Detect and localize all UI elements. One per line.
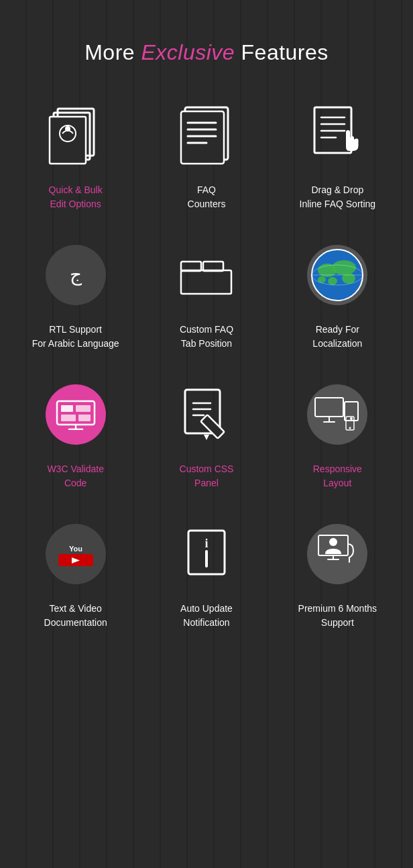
feature-icon-wrap <box>170 99 243 172</box>
feature-label: Auto UpdateNotification <box>180 602 233 630</box>
w3c-icon <box>46 384 106 445</box>
title-prefix: More <box>84 40 141 64</box>
world-globe <box>307 245 367 305</box>
svg-rect-42 <box>315 398 343 417</box>
feature-label: RTL SupportFor Arabic Language <box>32 323 119 351</box>
feature-drag-drop: Drag & DropInline FAQ Sorting <box>276 99 400 211</box>
feature-premium-support: Premium 6 MonthsSupport <box>276 517 400 630</box>
feature-icon-wrap <box>39 99 113 172</box>
svg-text:ج: ج <box>70 264 82 286</box>
feature-icon-wrap <box>170 238 243 312</box>
tab-position-icon <box>178 252 235 299</box>
svg-point-23 <box>342 273 355 284</box>
feature-rtl-support: ج RTL SupportFor Arabic Language <box>13 238 137 351</box>
svg-marker-38 <box>204 435 209 440</box>
responsive-icon <box>307 384 367 445</box>
drag-drop-icon <box>309 104 366 168</box>
feature-label: Drag & DropInline FAQ Sorting <box>300 183 376 211</box>
feature-label: Custom FAQTab Position <box>180 323 233 351</box>
page-title: More Exclusive Features <box>13 40 400 65</box>
svg-point-48 <box>349 427 351 429</box>
feature-label: Quick & BulkEdit Options <box>49 183 103 211</box>
feature-icon-wrap <box>300 238 374 312</box>
arabic-icon: ج <box>59 258 93 292</box>
feature-label: Text & VideoDocumentation <box>44 602 107 630</box>
feature-label: FAQCounters <box>188 183 226 211</box>
feature-icon-wrap <box>170 378 243 451</box>
devices-icon <box>314 396 361 433</box>
youtube-logo: You <box>56 539 96 569</box>
features-grid: Quick & BulkEdit Options FAQCounters <box>13 99 400 630</box>
svg-rect-6 <box>181 111 224 164</box>
svg-text:i: i <box>204 537 208 550</box>
feature-label: Custom CSSPanel <box>180 462 234 490</box>
feature-icon-wrap: ج <box>39 238 113 312</box>
svg-point-4 <box>65 126 70 131</box>
svg-rect-33 <box>78 415 91 421</box>
svg-rect-19 <box>181 270 231 294</box>
feature-video-docs: You Text & VideoDocumentation <box>13 517 137 630</box>
svg-point-46 <box>350 417 353 420</box>
feature-auto-update: i Auto UpdateNotification <box>144 517 268 630</box>
css-panel-icon <box>180 386 233 443</box>
title-highlight: Exclusive <box>141 40 235 64</box>
feature-icon-wrap: You <box>39 517 113 591</box>
rtl-icon: ج <box>46 245 106 305</box>
svg-point-56 <box>329 538 337 546</box>
feature-custom-css: Custom CSSPanel <box>144 378 268 490</box>
svg-rect-32 <box>61 415 76 421</box>
youtube-icon: You <box>46 524 106 584</box>
feature-faq-counters: FAQCounters <box>144 99 268 211</box>
svg-point-24 <box>328 277 337 285</box>
svg-rect-30 <box>61 405 73 412</box>
feature-localization: Ready ForLocalization <box>276 238 400 351</box>
support-icon <box>307 524 367 584</box>
feature-icon-wrap: i <box>170 517 243 591</box>
svg-rect-31 <box>76 405 91 412</box>
monitor-grid-icon <box>56 400 96 430</box>
faq-list-icon <box>180 104 233 168</box>
feature-icon-wrap <box>39 378 113 451</box>
feature-label: ResponsiveLayout <box>313 462 362 490</box>
feature-icon-wrap <box>300 378 374 451</box>
page-header: More Exclusive Features <box>13 40 400 65</box>
page-container: More Exclusive Features Quick & BulkEdit… <box>0 0 413 670</box>
feature-label: Premium 6 MonthsSupport <box>298 602 377 630</box>
feature-quick-bulk-edit: Quick & BulkEdit Options <box>13 99 137 211</box>
feature-icon-wrap <box>300 99 374 172</box>
feature-label: Ready ForLocalization <box>312 323 362 351</box>
feature-w3c: W3C ValidateCode <box>13 378 137 490</box>
document-edit-icon <box>46 102 106 169</box>
feature-label: W3C ValidateCode <box>47 462 104 490</box>
globe-icon <box>307 245 367 305</box>
svg-rect-2 <box>50 117 86 164</box>
svg-text:You: You <box>69 545 82 553</box>
svg-point-22 <box>332 260 356 275</box>
info-box-icon: i <box>183 527 230 581</box>
feature-custom-tab: Custom FAQTab Position <box>144 238 268 351</box>
support-agent-icon <box>316 534 359 574</box>
feature-icon-wrap <box>300 517 374 591</box>
title-suffix: Features <box>235 40 329 64</box>
feature-responsive: ResponsiveLayout <box>276 378 400 490</box>
